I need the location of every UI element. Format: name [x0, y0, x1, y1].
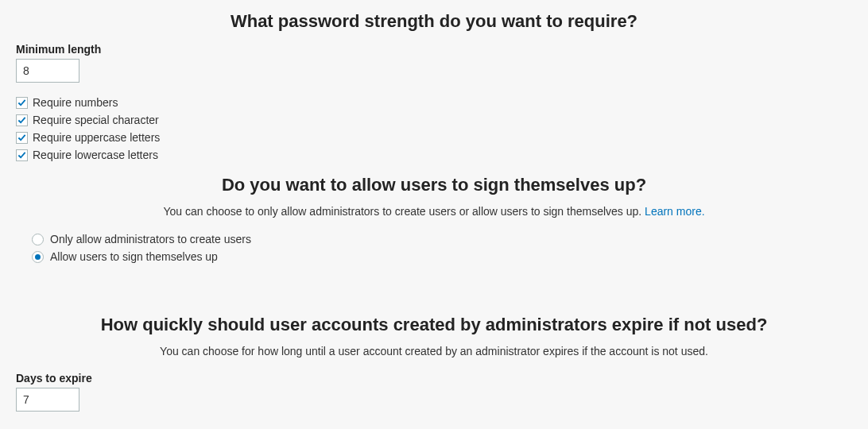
admin-only-row: Only allow administrators to create user… — [32, 230, 836, 248]
days-to-expire-label: Days to expire — [16, 372, 852, 385]
require-numbers-row: Require numbers — [16, 94, 852, 111]
require-numbers-label: Require numbers — [33, 96, 118, 109]
signup-heading: Do you want to allow users to sign thems… — [0, 172, 868, 203]
self-signup-row: Allow users to sign themselves up — [32, 248, 836, 265]
require-lower-checkbox[interactable] — [16, 149, 28, 161]
check-icon — [17, 99, 26, 107]
require-upper-row: Require uppercase letters — [16, 129, 852, 146]
self-signup-label: Allow users to sign themselves up — [50, 250, 218, 263]
require-upper-checkbox[interactable] — [16, 132, 28, 144]
signup-subtext-body: You can choose to only allow administrat… — [163, 205, 645, 218]
minimum-length-group: Minimum length — [0, 40, 868, 91]
password-strength-heading: What password strength do you want to re… — [0, 0, 868, 40]
check-icon — [17, 133, 26, 142]
days-to-expire-input[interactable] — [16, 388, 79, 412]
check-icon — [17, 116, 26, 125]
check-icon — [17, 151, 26, 160]
require-special-checkbox[interactable] — [16, 114, 28, 126]
days-to-expire-group: Days to expire — [0, 369, 868, 419]
require-special-row: Require special character — [16, 111, 852, 129]
require-lower-row: Require lowercase letters — [16, 146, 852, 164]
minimum-length-label: Minimum length — [16, 43, 852, 56]
learn-more-link[interactable]: Learn more. — [645, 205, 704, 218]
self-signup-radio[interactable] — [32, 251, 44, 263]
admin-only-label: Only allow administrators to create user… — [50, 233, 251, 245]
require-special-label: Require special character — [33, 114, 159, 126]
password-requirements-list: Require numbers Require special characte… — [0, 91, 868, 172]
minimum-length-input[interactable] — [16, 59, 79, 83]
require-numbers-checkbox[interactable] — [16, 97, 28, 109]
signup-subtext: You can choose to only allow administrat… — [0, 203, 868, 229]
expire-heading: How quickly should user accounts created… — [0, 303, 868, 343]
signup-radio-group: Only allow administrators to create user… — [0, 229, 868, 280]
admin-only-radio[interactable] — [32, 234, 44, 245]
require-upper-label: Require uppercase letters — [33, 131, 160, 144]
require-lower-label: Require lowercase letters — [33, 149, 158, 161]
expire-subtext: You can choose for how long until a user… — [0, 343, 868, 369]
